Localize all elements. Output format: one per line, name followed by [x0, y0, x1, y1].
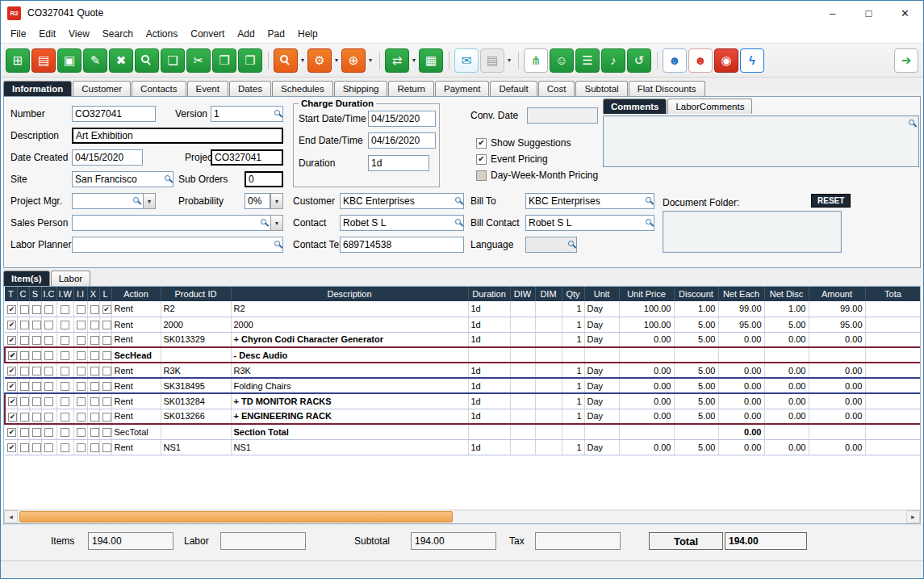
- row-checkbox-x[interactable]: ✔: [87, 347, 99, 363]
- cell-diw[interactable]: [510, 347, 535, 363]
- cell-product-id[interactable]: NS1: [161, 439, 231, 455]
- row-checkbox-l[interactable]: ✔: [99, 301, 111, 317]
- row-checkbox-ii[interactable]: ✔: [73, 347, 87, 363]
- column-header[interactable]: Unit Price: [619, 287, 674, 301]
- cell-description[interactable]: + TD MONITOR RACKS: [231, 393, 468, 409]
- tab-labor-comments[interactable]: LaborComments: [667, 99, 752, 114]
- minimize-button[interactable]: –: [814, 1, 851, 25]
- tax-field[interactable]: [535, 532, 621, 550]
- cell-qty[interactable]: [562, 347, 584, 363]
- cell-qty[interactable]: 1: [562, 363, 584, 378]
- sales-person-input[interactable]: [72, 215, 283, 231]
- contact-input[interactable]: [340, 215, 464, 231]
- cell-diw[interactable]: [510, 363, 535, 378]
- cell-description[interactable]: R3K: [231, 363, 468, 378]
- end-date-input[interactable]: [368, 132, 436, 149]
- row-checkbox-t[interactable]: ✔: [5, 301, 17, 317]
- row-checkbox-s[interactable]: ✔: [29, 317, 41, 332]
- cell-unit-price[interactable]: 0.00: [619, 409, 674, 424]
- cell-unit[interactable]: Day: [584, 301, 619, 317]
- cell-product-id[interactable]: [161, 424, 231, 439]
- cell-net-each[interactable]: 0.00: [718, 393, 764, 409]
- cell-amount[interactable]: 95.00: [809, 317, 865, 332]
- row-checkbox-l[interactable]: ✔: [99, 332, 111, 347]
- sub-orders-input[interactable]: [245, 171, 283, 187]
- search-icon[interactable]: [133, 197, 139, 203]
- row-checkbox-t[interactable]: ✔: [5, 363, 17, 378]
- probability-dropdown[interactable]: ▾: [270, 193, 283, 209]
- column-header[interactable]: Amount: [809, 287, 865, 301]
- paste-button[interactable]: ❒: [238, 48, 262, 73]
- column-header[interactable]: Description: [231, 287, 468, 301]
- cell-net-disc[interactable]: 1.00: [764, 301, 809, 317]
- column-header[interactable]: I.C: [41, 287, 56, 301]
- cell-unit[interactable]: Day: [584, 332, 619, 347]
- tab-return[interactable]: Return: [388, 81, 434, 96]
- row-checkbox-c[interactable]: ✔: [17, 439, 29, 455]
- cell-amount[interactable]: [809, 347, 865, 363]
- tab-subtotal[interactable]: Subtotal: [575, 81, 627, 96]
- row-checkbox-ic[interactable]: ✔: [41, 424, 56, 439]
- cell-duration[interactable]: 1d: [468, 301, 510, 317]
- cell-duration[interactable]: [468, 424, 510, 439]
- table-row[interactable]: ✔ ✔ ✔ ✔ ✔ ✔ ✔ ✔ Rent R2 R2 1d: [5, 301, 921, 317]
- cell-net-disc[interactable]: 0.00: [764, 363, 809, 378]
- cell-description[interactable]: R2: [231, 301, 468, 317]
- row-checkbox-t[interactable]: ✔: [5, 424, 17, 439]
- cell-qty[interactable]: 1: [562, 409, 584, 424]
- row-checkbox-l[interactable]: ✔: [99, 317, 111, 332]
- contact-log-button[interactable]: ☻: [663, 48, 687, 73]
- cell-dim[interactable]: [535, 363, 562, 378]
- table-row[interactable]: ✔ ✔ ✔ ✔ ✔ ✔ ✔ ✔ SecTotal Section Total: [5, 424, 921, 439]
- cell-diw[interactable]: [510, 439, 535, 455]
- feedback-button[interactable]: ☺: [550, 48, 574, 73]
- cell-diw[interactable]: [510, 424, 535, 439]
- cell-diw[interactable]: [510, 378, 535, 393]
- search-button[interactable]: [135, 48, 159, 73]
- cut-button[interactable]: ✂: [186, 48, 211, 73]
- cell-net-each[interactable]: 0.00: [718, 378, 764, 393]
- menu-pad[interactable]: Pad: [261, 27, 291, 41]
- row-checkbox-x[interactable]: ✔: [87, 409, 99, 424]
- cell-net-each[interactable]: [718, 347, 764, 363]
- search-icon[interactable]: [646, 197, 651, 203]
- probability-input[interactable]: [245, 193, 270, 209]
- cell-description[interactable]: 2000: [231, 317, 468, 332]
- cell-unit[interactable]: [584, 347, 619, 363]
- cell-qty[interactable]: [562, 424, 584, 439]
- cell-product-id[interactable]: SK013266: [161, 409, 231, 424]
- cell-net-each[interactable]: 0.00: [718, 363, 764, 378]
- column-header[interactable]: Net Each: [718, 287, 764, 301]
- cell-discount[interactable]: [674, 424, 718, 439]
- scroll-right-button[interactable]: ►: [906, 510, 920, 523]
- cell-dim[interactable]: [535, 439, 562, 455]
- cell-net-each[interactable]: 0.00: [718, 409, 764, 424]
- dwm-pricing-checkbox[interactable]: [476, 170, 487, 181]
- cell-unit-price[interactable]: 0.00: [619, 332, 674, 347]
- row-checkbox-ii[interactable]: ✔: [73, 424, 87, 439]
- column-header[interactable]: L: [99, 287, 111, 301]
- search-icon[interactable]: [646, 219, 651, 224]
- cell-net-disc[interactable]: 0.00: [764, 393, 809, 409]
- cell-net-each[interactable]: 99.00: [718, 301, 764, 317]
- cell-net-disc[interactable]: 0.00: [764, 439, 809, 455]
- row-checkbox-ii[interactable]: ✔: [73, 439, 87, 455]
- save-button[interactable]: ▣: [57, 48, 82, 73]
- row-checkbox-ii[interactable]: ✔: [73, 317, 87, 332]
- scroll-left-button[interactable]: ◄: [4, 510, 18, 523]
- row-checkbox-iw[interactable]: ✔: [56, 332, 73, 347]
- cell-product-id[interactable]: [161, 347, 231, 363]
- cell-duration[interactable]: 1d: [468, 317, 510, 332]
- column-header[interactable]: I.W: [56, 287, 73, 301]
- cell-discount[interactable]: 5.00: [674, 378, 718, 393]
- table-row[interactable]: ✔ ✔ ✔ ✔ ✔ ✔ ✔ ✔ SecHead - Desc Audio: [5, 347, 921, 363]
- dropdown-caret-icon[interactable]: ▾: [299, 44, 307, 77]
- contact-tel-input[interactable]: [340, 237, 464, 253]
- row-checkbox-iw[interactable]: ✔: [56, 301, 73, 317]
- site-input[interactable]: [72, 171, 174, 187]
- options-button[interactable]: ⚙: [307, 48, 332, 73]
- cell-unit[interactable]: Day: [584, 317, 619, 332]
- menu-search[interactable]: Search: [96, 27, 140, 41]
- column-header[interactable]: Discount: [674, 287, 718, 301]
- row-checkbox-ic[interactable]: ✔: [41, 393, 56, 409]
